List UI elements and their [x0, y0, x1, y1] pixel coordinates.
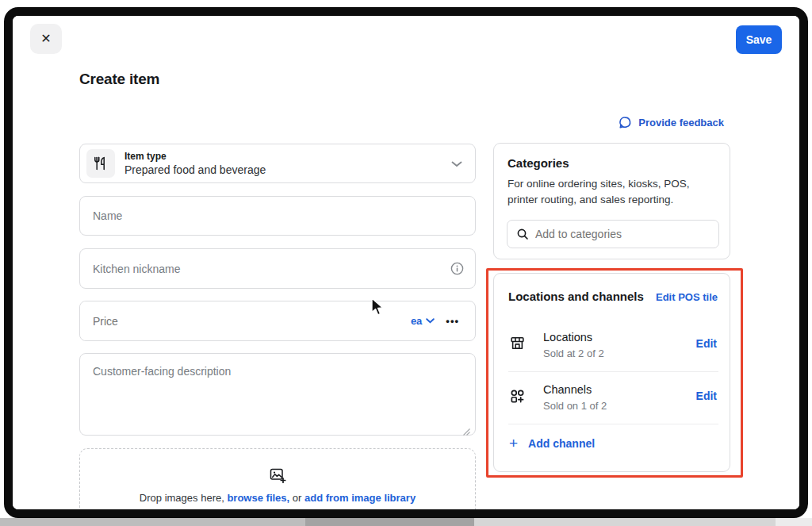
unit-dropdown[interactable]: ea: [411, 315, 435, 327]
chat-bubble-icon: [619, 116, 632, 129]
edit-pos-tile-link[interactable]: Edit POS tile: [656, 291, 718, 303]
save-button[interactable]: Save: [736, 25, 782, 54]
create-item-screen: ✕ Save Create item Item type Prepared fo…: [13, 16, 799, 509]
plus-icon: +: [509, 436, 518, 451]
unit-value: ea: [411, 315, 422, 327]
food-beverage-icon: [86, 149, 115, 178]
image-dropzone[interactable]: Drop images here, browse files, or add f…: [79, 448, 476, 518]
add-channel-label: Add channel: [528, 437, 595, 450]
item-type-selector[interactable]: Item type Prepared food and beverage: [79, 144, 476, 183]
app-window-frame: ✕ Save Create item Item type Prepared fo…: [4, 7, 808, 518]
add-image-icon: [80, 466, 475, 487]
price-input[interactable]: [80, 301, 411, 340]
search-icon: [516, 228, 529, 240]
categories-description: For online ordering sites, kiosks, POS, …: [508, 176, 718, 207]
divider: [508, 371, 718, 372]
locations-channels-card: Locations and channels Edit POS tile Loc…: [493, 273, 730, 472]
item-type-value: Prepared food and beverage: [124, 163, 451, 176]
channels-row-subtitle: Sold on 1 of 2: [543, 400, 607, 412]
page-title: Create item: [79, 71, 159, 88]
desktop-background: [474, 518, 776, 526]
desktop-background: [0, 518, 305, 526]
channels-icon: [509, 388, 526, 408]
price-field: ea •••: [79, 301, 476, 341]
chevron-down-icon: [451, 156, 462, 171]
locations-row-subtitle: Sold at 2 of 2: [543, 347, 604, 359]
name-input[interactable]: [79, 196, 476, 236]
item-type-label: Item type: [124, 151, 451, 162]
feedback-label: Provide feedback: [638, 117, 724, 129]
categories-title: Categories: [508, 156, 718, 170]
description-textarea[interactable]: [79, 353, 476, 436]
edit-locations-link[interactable]: Edit: [696, 337, 717, 350]
close-button[interactable]: ✕: [30, 24, 62, 54]
category-search-box: [507, 220, 719, 248]
resize-handle[interactable]: [463, 424, 470, 439]
info-icon[interactable]: [450, 262, 464, 278]
provide-feedback-link[interactable]: Provide feedback: [493, 116, 724, 129]
divider: [508, 424, 718, 424]
dropzone-text: Drop images here, browse files, or add f…: [80, 492, 475, 504]
desktop-background: [776, 518, 812, 526]
locations-channels-title: Locations and channels: [508, 290, 644, 303]
add-channel-button[interactable]: + Add channel: [509, 436, 595, 451]
channels-row-title: Channels: [543, 383, 592, 396]
kitchen-nickname-input[interactable]: [79, 248, 476, 289]
desktop-background: [305, 518, 474, 526]
category-search-input[interactable]: [535, 228, 718, 240]
categories-card: Categories For online ordering sites, ki…: [493, 143, 730, 259]
edit-channels-link[interactable]: Edit: [696, 390, 717, 402]
browse-files-link[interactable]: browse files,: [227, 492, 289, 504]
locations-row-title: Locations: [543, 331, 592, 344]
image-library-link[interactable]: add from image library: [304, 492, 416, 504]
chevron-down-icon: [426, 318, 435, 324]
storefront-icon: [509, 335, 526, 355]
more-options-button[interactable]: •••: [446, 315, 459, 327]
